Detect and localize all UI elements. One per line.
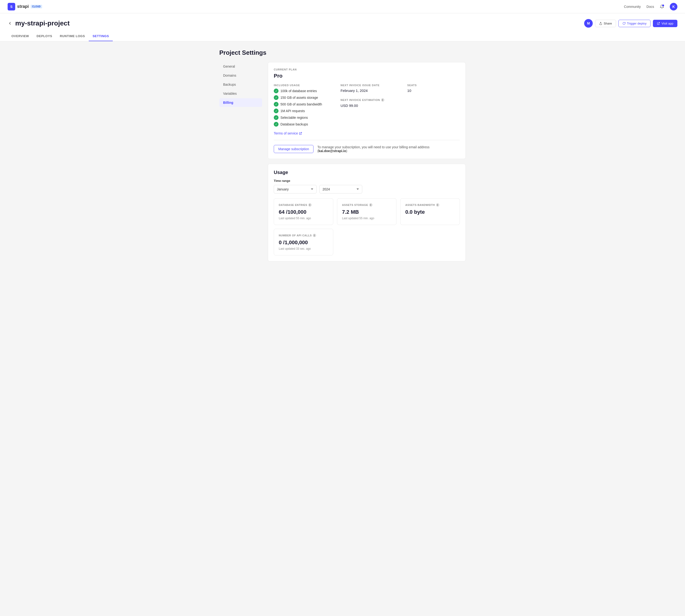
check-icon: ✓	[274, 115, 278, 120]
project-actions: M Share Trigger deploy	[584, 19, 677, 28]
assets-bandwidth-info-icon: i	[436, 203, 439, 206]
logo-text: strapi	[17, 4, 29, 9]
trigger-deploy-label: Trigger deploy	[627, 22, 647, 25]
cloud-badge: CLOUD	[31, 5, 42, 8]
trigger-deploy-button[interactable]: Trigger deploy	[618, 20, 651, 27]
invoice-amount: USD 99.00	[341, 104, 393, 108]
feature-list: ✓ 100k of database entries ✓ 150 GB of a…	[274, 89, 326, 127]
database-entries-updated: Last updated 55 min. ago	[279, 217, 328, 220]
visit-app-label: Visit app	[661, 22, 673, 25]
usage-card: Usage Time range January February March …	[268, 164, 466, 261]
check-icon: ✓	[274, 95, 278, 100]
list-item: ✓ 100k of database entries	[274, 89, 326, 93]
assets-storage-card: ASSETS STORAGE i 7.2 MB Last updated 55 …	[337, 198, 396, 225]
database-entries-card: DATABASE ENTRIES i 64 /100,000 Last upda…	[274, 198, 333, 225]
external-link-icon	[299, 132, 302, 135]
check-icon: ✓	[274, 122, 278, 127]
time-range-label: Time range	[274, 179, 460, 182]
current-plan-label: CURRENT PLAN	[274, 68, 460, 71]
header: S strapi CLOUD Community Docs K	[0, 0, 685, 13]
feature-text: Selectable regions	[280, 116, 308, 119]
assets-bandwidth-value: 0.0 byte	[405, 209, 455, 215]
month-select[interactable]: January February March April May June Ju…	[274, 185, 317, 194]
database-entries-info-icon: i	[308, 203, 312, 206]
api-calls-value: 0 /1,000,000	[279, 239, 328, 246]
notification-dot	[662, 4, 664, 6]
api-calls-card: NUMBER OF API CALLS i 0 /1,000,000 Last …	[274, 229, 333, 256]
svg-line-2	[300, 132, 302, 134]
project-title-row: my-strapi-project M Share Trigger deploy	[7, 13, 677, 31]
invoice-col: NEXT INVOICE ISSUE DATE February 1, 2024…	[341, 84, 393, 135]
sidebar-item-billing[interactable]: Billing	[219, 98, 262, 107]
features-col: INCLUDED USAGE ✓ 100k of database entrie…	[274, 84, 326, 135]
project-title: my-strapi-project	[15, 20, 70, 27]
manage-description: To manage your subscription, you will ne…	[317, 145, 460, 153]
assets-storage-info-icon: i	[369, 203, 372, 206]
feature-text: Database backups	[280, 122, 308, 126]
api-calls-updated: Last updated 33 sec. ago	[279, 247, 328, 250]
assets-bandwidth-card: ASSETS BANDWIDTH i 0.0 byte	[400, 198, 460, 225]
project-header: my-strapi-project M Share Trigger deploy	[0, 13, 685, 41]
user-avatar[interactable]: K	[670, 3, 677, 10]
notifications-button[interactable]	[660, 4, 664, 9]
api-calls-info-icon: i	[313, 234, 316, 237]
tab-settings[interactable]: SETTINGS	[89, 31, 113, 41]
sidebar-item-general[interactable]: General	[219, 62, 262, 71]
list-item: ✓ 1M API requests	[274, 109, 326, 113]
sidebar-item-variables[interactable]: Variables	[219, 89, 262, 98]
feature-text: 150 GB of assets storage	[280, 96, 318, 100]
project-avatar: M	[584, 19, 593, 28]
feature-text: 500 GB of assets bandwidth	[280, 102, 322, 106]
assets-bandwidth-label: ASSETS BANDWIDTH i	[405, 203, 455, 206]
assets-storage-label: ASSETS STORAGE i	[342, 203, 391, 206]
project-title-left: my-strapi-project	[7, 20, 70, 27]
list-item: ✓ Selectable regions	[274, 115, 326, 120]
nav-docs[interactable]: Docs	[646, 5, 654, 8]
visit-app-button[interactable]: Visit app	[653, 20, 677, 27]
database-entries-value: 64 /100,000	[279, 209, 328, 215]
back-button[interactable]	[7, 21, 13, 26]
invoice-info-icon: i	[381, 98, 384, 102]
seats-value: 10	[407, 89, 460, 93]
next-invoice-estimation-label: NEXT INVOICE ESTIMATION	[341, 98, 380, 102]
usage-title: Usage	[274, 170, 460, 175]
feature-text: 1M API requests	[280, 109, 305, 113]
main-content: Project Settings General Domains Backups…	[212, 41, 473, 274]
check-icon: ✓	[274, 102, 278, 107]
sidebar-item-backups[interactable]: Backups	[219, 80, 262, 89]
layout: General Domains Backups Variables Billin…	[219, 62, 466, 266]
tab-deploys[interactable]: DEPLOYS	[33, 31, 56, 41]
feature-text: 100k of database entries	[280, 89, 317, 93]
list-item: ✓ Database backups	[274, 122, 326, 127]
stats-grid-2: NUMBER OF API CALLS i 0 /1,000,000 Last …	[274, 229, 460, 256]
logo: S strapi CLOUD	[7, 3, 42, 10]
share-button[interactable]: Share	[595, 20, 616, 27]
header-nav: Community Docs K	[624, 3, 677, 10]
check-icon: ✓	[274, 109, 278, 113]
nav-community[interactable]: Community	[624, 5, 641, 8]
assets-storage-value: 7.2 MB	[342, 209, 391, 215]
stats-grid-1: DATABASE ENTRIES i 64 /100,000 Last upda…	[274, 198, 460, 225]
billing-email: kai.doe@strapi.io	[318, 149, 346, 153]
logo-icon: S	[7, 3, 15, 10]
terms-label: Terms of service	[274, 131, 298, 135]
sidebar-item-domains[interactable]: Domains	[219, 71, 262, 80]
terms-of-service-link[interactable]: Terms of service	[274, 131, 302, 135]
next-invoice-date: February 1, 2024	[341, 89, 393, 93]
next-invoice-label: NEXT INVOICE ISSUE DATE	[341, 84, 393, 87]
list-item: ✓ 500 GB of assets bandwidth	[274, 102, 326, 107]
year-select[interactable]: 2023 2024	[319, 185, 362, 194]
tab-runtime-logs[interactable]: RUNTIME LOGS	[56, 31, 89, 41]
included-usage-label: INCLUDED USAGE	[274, 84, 326, 87]
seats-col: SEATS 10	[407, 84, 460, 135]
seats-label: SEATS	[407, 84, 460, 87]
tabs: OVERVIEW DEPLOYS RUNTIME LOGS SETTINGS	[7, 31, 677, 41]
sidebar: General Domains Backups Variables Billin…	[219, 62, 262, 266]
plan-name: Pro	[274, 73, 460, 79]
manage-subscription-button[interactable]: Manage subscription	[274, 145, 314, 153]
tab-overview[interactable]: OVERVIEW	[7, 31, 33, 41]
time-range-selects: January February March April May June Ju…	[274, 185, 460, 194]
billing-content: CURRENT PLAN Pro INCLUDED USAGE ✓ 100k o…	[268, 62, 466, 266]
database-entries-label: DATABASE ENTRIES i	[279, 203, 328, 206]
current-plan-card: CURRENT PLAN Pro INCLUDED USAGE ✓ 100k o…	[268, 62, 466, 159]
